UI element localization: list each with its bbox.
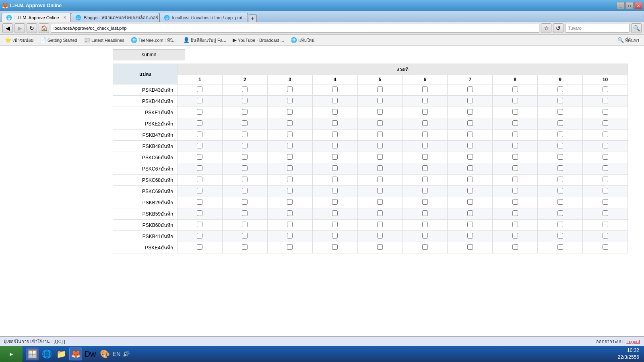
checkbox-6-7[interactable]: [512, 154, 518, 160]
cell-10-0[interactable]: [178, 197, 223, 208]
search-bar[interactable]: [565, 24, 630, 33]
checkbox-6-2[interactable]: [287, 154, 293, 160]
checkbox-11-8[interactable]: [557, 210, 563, 216]
checkbox-11-7[interactable]: [512, 210, 518, 216]
checkbox-2-5[interactable]: [422, 109, 428, 115]
cell-8-0[interactable]: [178, 175, 223, 186]
checkbox-3-8[interactable]: [557, 120, 563, 126]
checkbox-7-6[interactable]: [467, 165, 473, 171]
cell-10-3[interactable]: [312, 197, 357, 208]
cell-5-1[interactable]: [222, 141, 267, 152]
cell-6-2[interactable]: [267, 152, 312, 163]
taskbar-icon-ie[interactable]: 🌐: [40, 348, 53, 360]
cell-0-3[interactable]: [312, 84, 357, 96]
home-button[interactable]: 🏠: [39, 23, 49, 33]
checkbox-13-0[interactable]: [197, 233, 202, 239]
cell-14-3[interactable]: [312, 242, 357, 253]
checkbox-13-5[interactable]: [422, 233, 428, 239]
cell-11-0[interactable]: [178, 208, 223, 220]
search-icon[interactable]: 🔍: [631, 23, 642, 33]
cell-7-6[interactable]: [448, 163, 493, 175]
cell-14-4[interactable]: [357, 242, 402, 253]
checkbox-1-7[interactable]: [512, 98, 518, 103]
cell-14-2[interactable]: [267, 242, 312, 253]
checkbox-13-1[interactable]: [242, 233, 248, 239]
cell-12-3[interactable]: [312, 220, 357, 231]
checkbox-13-8[interactable]: [557, 233, 563, 239]
tab-1[interactable]: 🌐 Blogger: หน้าแดชบอร์ดของบล็อกเกอร์ ✕: [71, 13, 159, 22]
cell-3-0[interactable]: [178, 118, 223, 130]
cell-2-9[interactable]: [583, 107, 628, 118]
checkbox-12-2[interactable]: [287, 222, 293, 227]
checkbox-9-8[interactable]: [557, 188, 563, 193]
cell-6-4[interactable]: [357, 152, 402, 163]
cell-9-0[interactable]: [178, 186, 223, 197]
cell-1-1[interactable]: [222, 96, 267, 107]
cell-4-1[interactable]: [222, 130, 267, 141]
cell-3-6[interactable]: [448, 118, 493, 130]
checkbox-6-0[interactable]: [197, 154, 202, 160]
checkbox-14-0[interactable]: [197, 244, 202, 250]
checkbox-6-9[interactable]: [603, 154, 608, 160]
cell-9-4[interactable]: [357, 186, 402, 197]
checkbox-11-3[interactable]: [332, 210, 338, 216]
cell-3-4[interactable]: [357, 118, 402, 130]
cell-12-9[interactable]: [583, 220, 628, 231]
checkbox-10-7[interactable]: [512, 199, 518, 205]
checkbox-7-1[interactable]: [242, 165, 248, 171]
cell-11-9[interactable]: [583, 208, 628, 220]
cell-14-7[interactable]: [493, 242, 538, 253]
checkbox-13-4[interactable]: [377, 233, 383, 239]
cell-10-7[interactable]: [493, 197, 538, 208]
cell-1-4[interactable]: [357, 96, 402, 107]
checkbox-14-4[interactable]: [377, 244, 383, 250]
cell-11-5[interactable]: [402, 208, 448, 220]
checkbox-4-6[interactable]: [467, 132, 473, 137]
checkbox-10-1[interactable]: [242, 199, 248, 205]
checkbox-1-3[interactable]: [332, 98, 338, 103]
cell-1-2[interactable]: [267, 96, 312, 107]
taskbar-icon-windows[interactable]: 🪟: [26, 348, 39, 360]
checkbox-12-5[interactable]: [422, 222, 428, 227]
checkbox-11-9[interactable]: [603, 210, 608, 216]
checkbox-7-9[interactable]: [603, 165, 608, 171]
bookmark-4[interactable]: 👤 ยินดีต้อนรับสู่ Fa...: [182, 36, 228, 45]
cell-2-0[interactable]: [178, 107, 223, 118]
checkbox-0-6[interactable]: [467, 86, 473, 92]
cell-0-0[interactable]: [178, 84, 223, 96]
cell-12-6[interactable]: [448, 220, 493, 231]
cell-0-9[interactable]: [583, 84, 628, 96]
checkbox-7-2[interactable]: [287, 165, 293, 171]
cell-12-5[interactable]: [402, 220, 448, 231]
checkbox-10-0[interactable]: [197, 199, 202, 205]
cell-9-2[interactable]: [267, 186, 312, 197]
checkbox-4-0[interactable]: [197, 132, 202, 137]
checkbox-4-9[interactable]: [603, 132, 608, 137]
cell-0-4[interactable]: [357, 84, 402, 96]
checkbox-5-4[interactable]: [377, 143, 383, 148]
checkbox-9-4[interactable]: [377, 188, 383, 193]
cell-7-5[interactable]: [402, 163, 448, 175]
cell-2-1[interactable]: [222, 107, 267, 118]
checkbox-4-5[interactable]: [422, 132, 428, 137]
checkbox-0-4[interactable]: [377, 86, 383, 92]
checkbox-10-8[interactable]: [557, 199, 563, 205]
checkbox-2-6[interactable]: [467, 109, 473, 115]
checkbox-12-7[interactable]: [512, 222, 518, 227]
cell-4-4[interactable]: [357, 130, 402, 141]
cell-12-7[interactable]: [493, 220, 538, 231]
checkbox-3-2[interactable]: [287, 120, 293, 126]
checkbox-2-7[interactable]: [512, 109, 518, 115]
checkbox-12-6[interactable]: [467, 222, 473, 227]
cell-2-7[interactable]: [493, 107, 538, 118]
checkbox-1-2[interactable]: [287, 98, 293, 103]
forward-button[interactable]: ▶: [14, 23, 25, 33]
window-controls[interactable]: _ □ ✕: [617, 2, 642, 9]
checkbox-5-9[interactable]: [603, 143, 608, 148]
checkbox-3-3[interactable]: [332, 120, 338, 126]
cell-13-1[interactable]: [222, 231, 267, 242]
new-tab-button[interactable]: +: [249, 14, 257, 22]
checkbox-11-4[interactable]: [377, 210, 383, 216]
checkbox-1-4[interactable]: [377, 98, 383, 103]
cell-13-5[interactable]: [402, 231, 448, 242]
